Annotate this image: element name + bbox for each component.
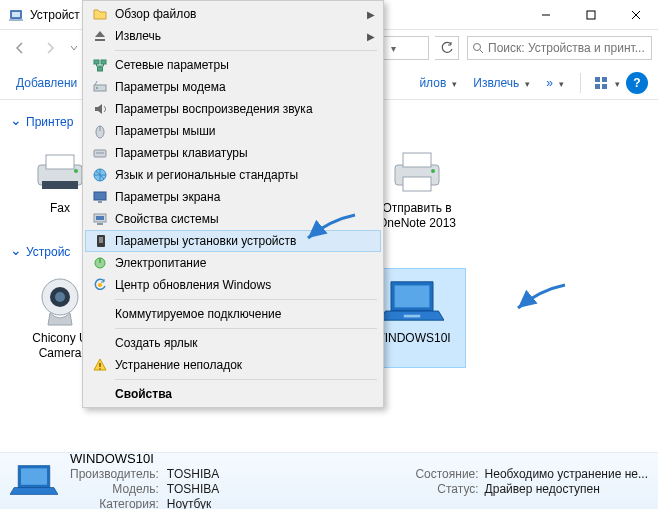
mouse-icon [91, 122, 109, 140]
search-box[interactable] [467, 36, 652, 60]
svg-rect-28 [94, 60, 99, 64]
details-val: TOSHIBA [167, 467, 219, 481]
svg-rect-30 [98, 67, 103, 71]
svg-rect-38 [94, 192, 106, 200]
keyboard-icon [91, 144, 109, 162]
details-val: TOSHIBA [167, 482, 219, 496]
svg-rect-4 [587, 11, 595, 19]
menu-eject[interactable]: Извлечь▶ [85, 25, 381, 47]
menu-keyboard-settings[interactable]: Параметры клавиатуры [85, 142, 381, 164]
speaker-icon [91, 100, 109, 118]
svg-rect-29 [101, 60, 106, 64]
submenu-arrow-icon: ▶ [367, 31, 375, 42]
search-icon [472, 42, 484, 54]
details-val: Необходимо устранение не... [485, 467, 648, 481]
files-dropdown[interactable]: йлов [413, 74, 463, 92]
chevron-down-icon[interactable]: ▾ [389, 43, 398, 54]
close-button[interactable] [613, 0, 658, 30]
folder-icon [91, 5, 109, 23]
svg-rect-14 [46, 155, 74, 169]
svg-rect-1 [12, 12, 20, 17]
forward-button[interactable] [36, 35, 64, 61]
warning-icon [91, 356, 109, 374]
details-val: Драйвер недоступен [485, 482, 648, 496]
eject-icon [91, 27, 109, 45]
svg-rect-11 [595, 84, 600, 89]
globe-icon [91, 166, 109, 184]
menu-dialup-connection[interactable]: Коммутируемое подключение [85, 303, 381, 325]
add-device-button[interactable]: Добавлени [10, 74, 83, 92]
svg-rect-26 [21, 468, 47, 484]
update-icon [91, 276, 109, 294]
network-icon [91, 56, 109, 74]
menu-region-settings[interactable]: Язык и региональные стандарты [85, 164, 381, 186]
annotation-arrow-icon [510, 280, 570, 320]
svg-point-7 [474, 44, 481, 51]
svg-rect-27 [95, 39, 105, 41]
svg-point-23 [55, 292, 65, 302]
svg-point-20 [431, 169, 435, 173]
annotation-arrow-icon [300, 210, 360, 250]
menu-network-settings[interactable]: Сетевые параметры [85, 54, 381, 76]
svg-rect-2 [9, 19, 23, 21]
details-key: Категория: [70, 497, 159, 509]
monitor-icon [91, 188, 109, 206]
svg-line-8 [480, 50, 483, 53]
menu-separator [115, 50, 377, 51]
details-name: WINDOWS10I [70, 451, 219, 466]
app-icon [8, 7, 24, 23]
laptop-icon [380, 275, 444, 327]
svg-rect-10 [602, 77, 607, 82]
svg-point-16 [74, 169, 78, 173]
extract-dropdown[interactable]: Извлечь [467, 74, 536, 92]
menu-display-settings[interactable]: Параметры экрана [85, 186, 381, 208]
minimize-button[interactable] [523, 0, 568, 30]
svg-rect-31 [94, 85, 106, 91]
details-key: Модель: [70, 482, 159, 496]
details-val: Ноутбук [167, 497, 219, 509]
view-dropdown[interactable] [591, 73, 622, 93]
printer-icon [385, 145, 449, 197]
back-button[interactable] [6, 35, 34, 61]
svg-rect-12 [602, 84, 607, 89]
menu-separator [115, 299, 377, 300]
menu-modem-settings[interactable]: Параметры модема [85, 76, 381, 98]
menu-mouse-settings[interactable]: Параметры мыши [85, 120, 381, 142]
svg-rect-15 [42, 181, 78, 189]
svg-rect-42 [97, 223, 103, 225]
device-settings-icon [92, 232, 110, 250]
menu-properties[interactable]: Свойства [85, 383, 381, 405]
svg-rect-18 [403, 153, 431, 167]
laptop-icon [10, 460, 58, 502]
context-menu: Обзор файлов▶ Извлечь▶ Сетевые параметры… [82, 0, 384, 408]
recent-dropdown[interactable] [66, 35, 82, 61]
details-pane: WINDOWS10I Производитель: TOSHIBA Модель… [0, 452, 658, 509]
svg-point-48 [99, 368, 101, 370]
svg-point-32 [96, 87, 98, 89]
menu-browse-files[interactable]: Обзор файлов▶ [85, 3, 381, 25]
svg-rect-44 [99, 237, 103, 243]
menu-separator [115, 328, 377, 329]
svg-rect-9 [595, 77, 600, 82]
menu-windows-update[interactable]: Центр обновления Windows [85, 274, 381, 296]
svg-point-46 [98, 283, 102, 287]
svg-rect-41 [96, 216, 104, 220]
maximize-button[interactable] [568, 0, 613, 30]
menu-sound-settings[interactable]: Параметры воспроизведения звука [85, 98, 381, 120]
search-input[interactable] [488, 41, 647, 55]
svg-rect-19 [403, 177, 431, 191]
refresh-button[interactable] [435, 36, 459, 60]
details-key: Статус: [415, 482, 478, 496]
menu-create-shortcut[interactable]: Создать ярлык [85, 332, 381, 354]
svg-rect-24 [395, 285, 430, 307]
details-key: Производитель: [70, 467, 159, 481]
computer-icon [91, 210, 109, 228]
svg-rect-25 [404, 315, 420, 318]
submenu-arrow-icon: ▶ [367, 9, 375, 20]
menu-separator [115, 379, 377, 380]
menu-power-options[interactable]: Электропитание [85, 252, 381, 274]
help-button[interactable]: ? [626, 72, 648, 94]
menu-troubleshoot[interactable]: Устранение неполадок [85, 354, 381, 376]
power-icon [91, 254, 109, 272]
more-commands[interactable]: » [540, 74, 570, 92]
